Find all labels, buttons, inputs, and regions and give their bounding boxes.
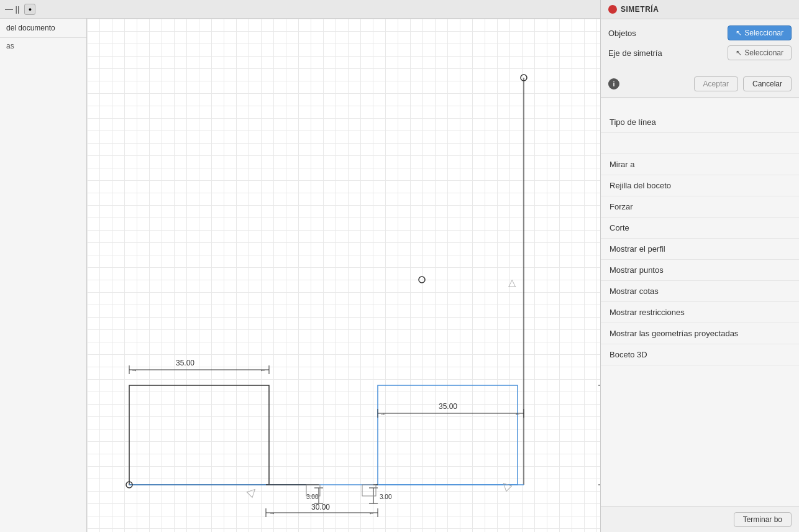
objetos-seleccionar-button[interactable]: ↖ Seleccionar bbox=[728, 25, 792, 40]
prop-mostrar-puntos[interactable]: Mostrar puntos bbox=[601, 260, 799, 281]
objetos-label: Objetos bbox=[608, 29, 636, 38]
document-title: del documento bbox=[0, 19, 86, 38]
right-panel: SIMETRÍA Objetos ↖ Seleccionar Eje de si… bbox=[600, 0, 799, 532]
drawing-canvas[interactable]: 100.00 35.00 → ← 35.00 → ← 30.00 → ← 3.0… bbox=[87, 19, 600, 532]
svg-rect-0 bbox=[129, 385, 269, 485]
simetria-close-icon[interactable] bbox=[608, 5, 617, 14]
cancelar-button[interactable]: Cancelar bbox=[743, 76, 792, 91]
svg-text:←: ← bbox=[368, 510, 375, 516]
svg-point-40 bbox=[419, 277, 425, 283]
prop-tipo-linea[interactable]: Tipo de línea bbox=[601, 112, 799, 133]
svg-text:3.00: 3.00 bbox=[380, 493, 392, 500]
simetria-header: SIMETRÍA bbox=[601, 0, 799, 19]
prop-corte[interactable]: Corte bbox=[601, 218, 799, 239]
eje-seleccionar-button[interactable]: ↖ Seleccionar bbox=[728, 45, 792, 60]
footer-buttons: Aceptar Cancelar bbox=[694, 76, 792, 91]
info-icon: i bbox=[608, 78, 619, 89]
prop-mostrar-restricciones[interactable]: Mostrar restricciones bbox=[601, 302, 799, 323]
svg-text:→: → bbox=[380, 410, 386, 417]
svg-text:△: △ bbox=[245, 484, 260, 499]
aceptar-button[interactable]: Aceptar bbox=[694, 76, 738, 91]
svg-text:→: → bbox=[131, 367, 137, 374]
prop-mostrar-cotas[interactable]: Mostrar cotas bbox=[601, 281, 799, 302]
prop-empty bbox=[601, 133, 799, 154]
prop-mostrar-perfil[interactable]: Mostrar el perfil bbox=[601, 239, 799, 260]
svg-text:←: ← bbox=[514, 410, 521, 417]
svg-text:△: △ bbox=[498, 478, 513, 493]
terminar-button[interactable]: Terminar bo bbox=[734, 512, 792, 527]
svg-rect-38 bbox=[362, 485, 376, 496]
top-bar-button-1[interactable]: ● bbox=[24, 4, 35, 15]
svg-text:35.00: 35.00 bbox=[439, 402, 457, 411]
eje-label: Eje de simetría bbox=[608, 48, 662, 58]
svg-text:△: △ bbox=[508, 277, 516, 288]
svg-text:←: ← bbox=[260, 367, 266, 374]
prop-boceto-3d[interactable]: Boceto 3D bbox=[601, 344, 799, 365]
svg-text:→: → bbox=[269, 510, 275, 516]
simetria-footer: i Aceptar Cancelar bbox=[601, 71, 799, 98]
prop-rejilla[interactable]: Rejilla del boceto bbox=[601, 175, 799, 196]
left-panel-label: as bbox=[0, 38, 86, 54]
prop-mostrar-geometrias[interactable]: Mostrar las geometrías proyectadas bbox=[601, 323, 799, 344]
simetria-dialog: SIMETRÍA Objetos ↖ Seleccionar Eje de si… bbox=[601, 0, 799, 98]
simetria-title: SIMETRÍA bbox=[621, 5, 659, 14]
simetria-body: Objetos ↖ Seleccionar Eje de simetría ↖ … bbox=[601, 19, 799, 71]
bottom-btn-area: Terminar bo bbox=[601, 507, 799, 532]
left-panel: del documento as bbox=[0, 19, 87, 532]
eje-row: Eje de simetría ↖ Seleccionar bbox=[608, 45, 792, 60]
svg-rect-1 bbox=[378, 385, 518, 485]
prop-mirar-a[interactable]: Mirar a bbox=[601, 154, 799, 175]
svg-text:35.00: 35.00 bbox=[176, 359, 194, 367]
canvas-area[interactable]: 100.00 35.00 → ← 35.00 → ← 30.00 → ← 3.0… bbox=[87, 19, 600, 532]
svg-text:30.00: 30.00 bbox=[311, 503, 330, 511]
properties-panel: Tipo de línea Mirar a Rejilla del boceto… bbox=[601, 112, 799, 532]
top-bar-text: — || bbox=[5, 4, 19, 14]
cursor-icon: ↖ bbox=[736, 29, 742, 37]
prop-forzar[interactable]: Forzar bbox=[601, 196, 799, 218]
objetos-row: Objetos ↖ Seleccionar bbox=[608, 25, 792, 40]
svg-text:3.00: 3.00 bbox=[306, 493, 319, 500]
cursor-icon-2: ↖ bbox=[736, 48, 742, 57]
